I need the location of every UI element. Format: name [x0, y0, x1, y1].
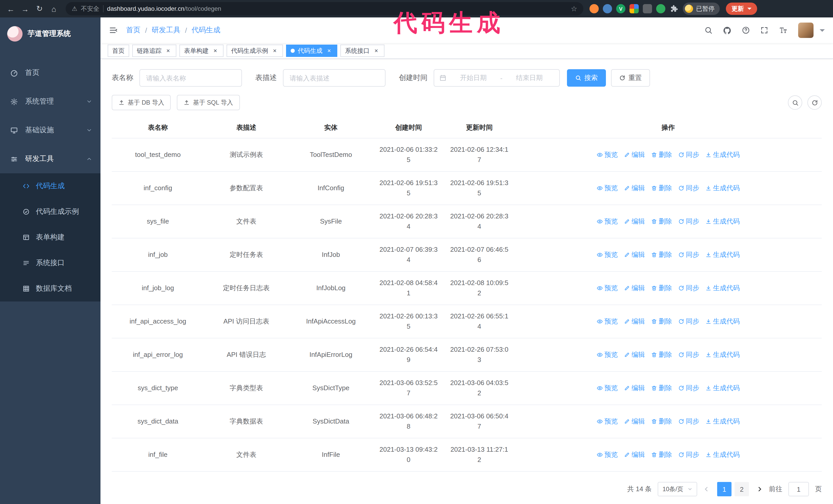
tab-codegen-example[interactable]: 代码生成示例×: [227, 45, 283, 57]
generate-code-link[interactable]: 生成代码: [705, 216, 740, 226]
delete-link[interactable]: 删除: [651, 350, 672, 360]
import-sql-button[interactable]: 基于 SQL 导入: [177, 95, 240, 110]
back-icon[interactable]: ←: [4, 2, 18, 16]
sync-link[interactable]: 同步: [678, 416, 699, 427]
search-button[interactable]: 搜索: [567, 69, 606, 87]
home-icon[interactable]: ⌂: [47, 2, 61, 16]
edit-link[interactable]: 编辑: [624, 283, 645, 293]
sidebar-item-db-doc[interactable]: 数据库文档: [0, 276, 100, 302]
close-icon[interactable]: ×: [271, 47, 278, 54]
delete-link[interactable]: 删除: [651, 283, 672, 293]
preview-link[interactable]: 预览: [597, 183, 618, 193]
sidebar-item-api[interactable]: 系统接口: [0, 250, 100, 276]
generate-code-link[interactable]: 生成代码: [705, 150, 740, 160]
sync-link[interactable]: 同步: [678, 383, 699, 393]
table-desc-input[interactable]: [283, 69, 385, 87]
edit-link[interactable]: 编辑: [624, 150, 645, 160]
import-db-button[interactable]: 基于 DB 导入: [112, 95, 171, 110]
tab-tracing[interactable]: 链路追踪×: [132, 45, 176, 57]
extension-icon-grid[interactable]: [629, 4, 639, 13]
page-1[interactable]: 1: [717, 482, 732, 496]
preview-link[interactable]: 预览: [597, 216, 618, 226]
sidebar-item-system[interactable]: 系统管理: [0, 87, 100, 116]
refresh-table-button[interactable]: [807, 95, 822, 110]
page-size-select[interactable]: 10条/页: [658, 482, 697, 496]
delete-link[interactable]: 删除: [651, 383, 672, 393]
font-size-icon[interactable]: [779, 26, 788, 34]
preview-link[interactable]: 预览: [597, 416, 618, 427]
sidebar-item-devtools[interactable]: 研发工具: [0, 145, 100, 173]
next-page-button[interactable]: [757, 486, 763, 492]
sync-link[interactable]: 同步: [678, 316, 699, 327]
breadcrumb-item[interactable]: 代码生成: [192, 26, 220, 35]
prev-page-button[interactable]: [703, 486, 710, 492]
update-button[interactable]: 更新: [726, 3, 757, 15]
generate-code-link[interactable]: 生成代码: [705, 383, 740, 393]
generate-code-link[interactable]: 生成代码: [705, 450, 740, 460]
github-icon[interactable]: [723, 26, 732, 34]
page-2[interactable]: 2: [735, 482, 749, 496]
generate-code-link[interactable]: 生成代码: [705, 283, 740, 293]
edit-link[interactable]: 编辑: [624, 350, 645, 360]
sync-link[interactable]: 同步: [678, 216, 699, 226]
generate-code-link[interactable]: 生成代码: [705, 183, 740, 193]
help-icon[interactable]: [742, 26, 750, 34]
preview-link[interactable]: 预览: [597, 150, 618, 160]
chevron-down-icon[interactable]: [820, 29, 825, 34]
security-label[interactable]: 不安全: [81, 4, 99, 13]
forward-icon[interactable]: →: [19, 2, 32, 16]
close-icon[interactable]: ×: [212, 47, 219, 54]
sidebar-item-codegen[interactable]: 代码生成: [0, 173, 100, 199]
extension-icon-blue[interactable]: [603, 4, 612, 13]
hamburger-icon[interactable]: [100, 26, 126, 35]
sync-link[interactable]: 同步: [678, 150, 699, 160]
delete-link[interactable]: 删除: [651, 150, 672, 160]
delete-link[interactable]: 删除: [651, 250, 672, 260]
bookmark-star-icon[interactable]: ☆: [571, 5, 577, 13]
goto-page-input[interactable]: [788, 482, 809, 496]
table-name-input[interactable]: [139, 69, 242, 87]
tab-form-builder[interactable]: 表单构建×: [180, 45, 223, 57]
preview-link[interactable]: 预览: [597, 450, 618, 460]
edit-link[interactable]: 编辑: [624, 416, 645, 427]
create-time-range[interactable]: 开始日期 - 结束日期: [434, 69, 560, 87]
close-icon[interactable]: ×: [326, 47, 333, 54]
preview-link[interactable]: 预览: [597, 250, 618, 260]
preview-link[interactable]: 预览: [597, 283, 618, 293]
preview-link[interactable]: 预览: [597, 383, 618, 393]
end-date-input[interactable]: 结束日期: [504, 73, 554, 82]
close-icon[interactable]: ×: [373, 47, 380, 54]
extension-icon-green-v[interactable]: V: [616, 4, 625, 13]
app-logo[interactable]: 芋道管理系统: [0, 18, 100, 50]
sidebar-item-form-builder[interactable]: 表单构建: [0, 224, 100, 250]
generate-code-link[interactable]: 生成代码: [705, 416, 740, 427]
puzzle-icon[interactable]: [669, 4, 679, 13]
sidebar-item-home[interactable]: 首页: [0, 58, 100, 87]
preview-link[interactable]: 预览: [597, 316, 618, 327]
toggle-search-button[interactable]: [788, 95, 802, 110]
delete-link[interactable]: 删除: [651, 416, 672, 427]
tab-api[interactable]: 系统接口×: [340, 45, 384, 57]
delete-link[interactable]: 删除: [651, 316, 672, 327]
tab-home[interactable]: 首页: [108, 45, 129, 57]
fullscreen-icon[interactable]: [760, 26, 768, 34]
delete-link[interactable]: 删除: [651, 216, 672, 226]
edit-link[interactable]: 编辑: [624, 316, 645, 327]
reset-button[interactable]: 重置: [611, 69, 650, 87]
sync-link[interactable]: 同步: [678, 350, 699, 360]
breadcrumb-item[interactable]: 首页: [126, 26, 140, 35]
reload-icon[interactable]: ↻: [33, 2, 46, 16]
sidebar-item-codegen-example[interactable]: 代码生成示例: [0, 199, 100, 224]
edit-link[interactable]: 编辑: [624, 216, 645, 226]
extension-icon-leaf[interactable]: [656, 4, 665, 13]
sync-link[interactable]: 同步: [678, 450, 699, 460]
sync-link[interactable]: 同步: [678, 283, 699, 293]
extension-icon-orange[interactable]: [590, 4, 599, 13]
edit-link[interactable]: 编辑: [624, 450, 645, 460]
start-date-input[interactable]: 开始日期: [449, 73, 498, 82]
search-icon[interactable]: [704, 26, 713, 34]
edit-link[interactable]: 编辑: [624, 250, 645, 260]
breadcrumb-item[interactable]: 研发工具: [152, 26, 181, 35]
generate-code-link[interactable]: 生成代码: [705, 250, 740, 260]
sync-link[interactable]: 同步: [678, 183, 699, 193]
